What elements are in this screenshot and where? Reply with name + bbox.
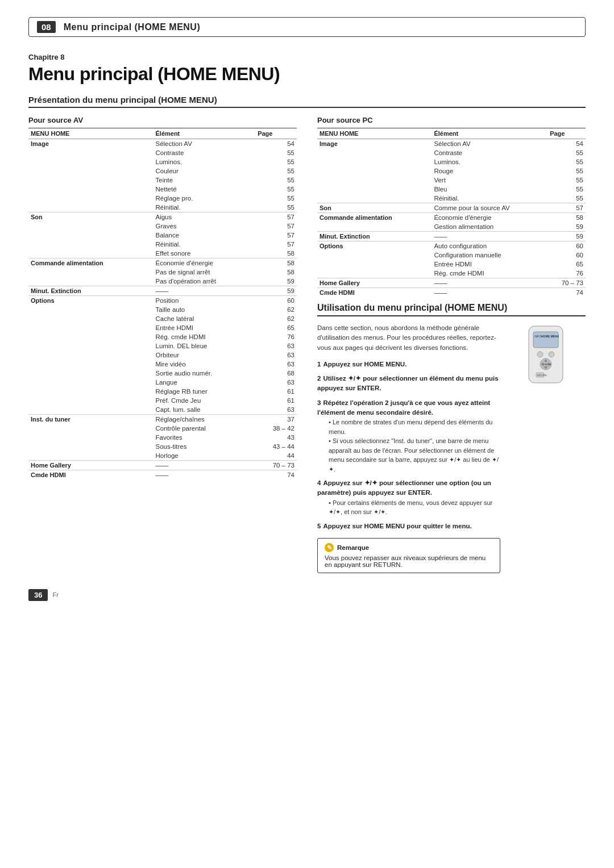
- av-category-cell: [28, 387, 153, 396]
- av-page-cell: 55: [255, 194, 297, 203]
- step-text: Répétez l'opération 2 jusqu'à ce que vou…: [317, 399, 490, 416]
- av-item-cell: Cache latéral: [153, 314, 255, 323]
- table-row: Orbiteur 63: [28, 350, 297, 360]
- table-row: Commande alimentation Économie d'énergie…: [28, 258, 297, 268]
- table-row: Gestion alimentation 59: [317, 222, 586, 232]
- top-bar-number: 08: [37, 21, 56, 33]
- pc-item-cell: Bleu: [432, 185, 547, 194]
- table-row: Luminos. 55: [28, 157, 297, 166]
- table-row: Home Gallery —— 70 – 73: [28, 461, 297, 470]
- table-row: Contrôle parental 38 – 42: [28, 424, 297, 433]
- av-page-cell: 57: [255, 231, 297, 240]
- step-item: 5Appuyez sur HOME MENU pour quitter le m…: [317, 521, 500, 531]
- av-item-cell: Favorites: [153, 433, 255, 442]
- pc-page-cell: 55: [547, 194, 586, 203]
- av-item-cell: Préf. Cmde Jeu: [153, 396, 255, 405]
- av-page-cell: 62: [255, 314, 297, 323]
- table-row: Taille auto 62: [28, 305, 297, 314]
- pc-page-cell: 55: [547, 185, 586, 194]
- pc-source-table: MENU HOME Élément Page Image Sélection A…: [317, 128, 586, 297]
- pc-item-cell: Rég. cmde HDMI: [432, 269, 547, 278]
- step-number: 1: [317, 361, 321, 368]
- pc-page-cell: 60: [547, 241, 586, 251]
- pc-page-cell: 59: [547, 222, 586, 232]
- step-item: 3Répétez l'opération 2 jusqu'à ce que vo…: [317, 398, 500, 474]
- av-category-cell: [28, 222, 153, 231]
- utilisation-section: Utilisation du menu principal (HOME MENU…: [317, 303, 586, 573]
- av-page-cell: 43: [255, 433, 297, 442]
- presentation-section-title: Présentation du menu principal (HOME MEN…: [28, 95, 586, 108]
- av-item-cell: Réglage/chaînes: [153, 415, 255, 424]
- remote-svg: INFO HOME MENU ENTER: [512, 323, 580, 386]
- pc-page-cell: 65: [547, 260, 586, 269]
- av-item-cell: Sortie audio numér.: [153, 369, 255, 378]
- av-page-cell: 59: [255, 286, 297, 296]
- pc-category-cell: [317, 185, 432, 194]
- av-item-cell: Luminos.: [153, 157, 255, 166]
- chapter-title: Menu principal (HOME MENU): [28, 64, 586, 85]
- av-category-cell: Home Gallery: [28, 461, 153, 470]
- table-row: Horloge 44: [28, 451, 297, 461]
- av-page-cell: 74: [255, 470, 297, 480]
- av-page-cell: 55: [255, 176, 297, 185]
- av-item-cell: Économie d'énergie: [153, 258, 255, 268]
- table-row: Luminos. 55: [317, 157, 586, 166]
- pc-page-cell: 55: [547, 148, 586, 157]
- pc-item-cell: Économie d'énergie: [432, 213, 547, 223]
- av-item-cell: Pas d'opération arrêt: [153, 277, 255, 286]
- table-row: Teinte 55: [28, 176, 297, 185]
- av-item-cell: Réglage pro.: [153, 194, 255, 203]
- pc-page-cell: 55: [547, 166, 586, 176]
- pc-item-cell: ——: [432, 288, 547, 298]
- av-category-cell: [28, 166, 153, 176]
- av-category-cell: [28, 277, 153, 286]
- table-row: Options Auto configuration 60: [317, 241, 586, 251]
- pc-item-cell: Sélection AV: [432, 139, 547, 149]
- table-row: Sous-titres 43 – 44: [28, 442, 297, 451]
- av-category-cell: [28, 332, 153, 341]
- pc-col-element: Élément: [432, 128, 547, 139]
- av-category-cell: [28, 350, 153, 360]
- av-category-cell: Options: [28, 296, 153, 306]
- av-category-cell: Son: [28, 212, 153, 222]
- table-row: Entrée HDMI 65: [317, 260, 586, 269]
- av-page-cell: 57: [255, 212, 297, 222]
- page-footer: 36 Fr: [28, 589, 586, 601]
- pc-col-menu-home: MENU HOME: [317, 128, 432, 139]
- step-number: 5: [317, 523, 321, 529]
- av-item-cell: Taille auto: [153, 305, 255, 314]
- step-item: 4Appuyez sur ✦/✦ pour sélectionner une o…: [317, 478, 500, 517]
- svg-text:RETURN: RETURN: [537, 374, 547, 377]
- av-page-cell: 70 – 73: [255, 461, 297, 470]
- pc-item-cell: Auto configuration: [432, 241, 547, 251]
- av-page-cell: 63: [255, 405, 297, 415]
- av-item-cell: Sélection AV: [153, 139, 255, 149]
- table-row: Réinitial. 55: [317, 194, 586, 203]
- av-page-cell: 55: [255, 166, 297, 176]
- av-page-cell: 57: [255, 240, 297, 249]
- pc-page-cell: 59: [547, 232, 586, 241]
- av-category-cell: [28, 148, 153, 157]
- av-item-cell: Teinte: [153, 176, 255, 185]
- av-item-cell: Rég. cmde HDMI: [153, 332, 255, 341]
- svg-point-4: [537, 352, 543, 357]
- table-row: Effet sonore 58: [28, 249, 297, 258]
- table-row: Rég. cmde HDMI 76: [317, 269, 586, 278]
- av-category-cell: [28, 231, 153, 240]
- av-category-cell: Cmde HDMI: [28, 470, 153, 480]
- table-row: Favorites 43: [28, 433, 297, 442]
- pc-page-cell: 55: [547, 176, 586, 185]
- av-item-cell: Graves: [153, 222, 255, 231]
- step-number: 3: [317, 399, 321, 406]
- av-item-cell: Réinitial.: [153, 240, 255, 249]
- av-item-cell: Sous-titres: [153, 442, 255, 451]
- av-category-cell: Image: [28, 139, 153, 149]
- table-row: Réglage RB tuner 61: [28, 387, 297, 396]
- table-row: Réinitial. 57: [28, 240, 297, 249]
- pc-page-cell: 55: [547, 157, 586, 166]
- table-row: Options Position 60: [28, 296, 297, 306]
- av-item-cell: Entrée HDMI: [153, 323, 255, 332]
- table-row: Cache latéral 62: [28, 314, 297, 323]
- pc-item-cell: ——: [432, 232, 547, 241]
- page-lang: Fr: [52, 591, 58, 598]
